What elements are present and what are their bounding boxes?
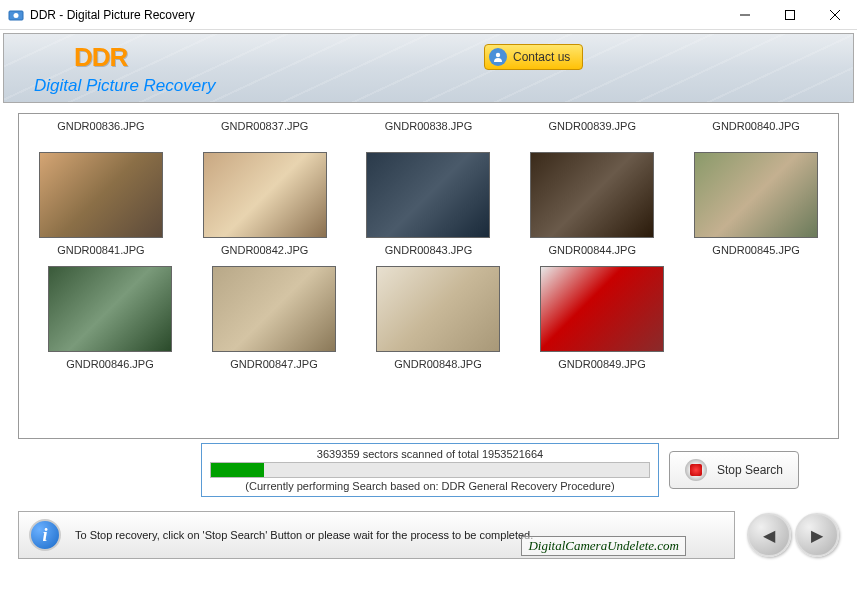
thumb-label[interactable]: GNDR00840.JPG <box>681 120 831 152</box>
contact-us-button[interactable]: Contact us <box>484 44 583 70</box>
thumb-label[interactable]: GNDR00837.JPG <box>190 120 340 152</box>
thumbnail-item[interactable]: GNDR00845.JPG <box>681 152 831 256</box>
thumb-label: GNDR00849.JPG <box>527 358 677 370</box>
thumbnail-item[interactable]: GNDR00846.JPG <box>35 266 185 370</box>
thumbnail-image <box>694 152 818 238</box>
thumb-label: GNDR00848.JPG <box>363 358 513 370</box>
thumbnail-image <box>212 266 336 352</box>
progress-text: 3639359 sectors scanned of total 1953521… <box>210 448 650 460</box>
thumbnail-item[interactable]: GNDR00849.JPG <box>527 266 677 370</box>
window-title: DDR - Digital Picture Recovery <box>30 8 722 22</box>
person-icon <box>489 48 507 66</box>
thumb-label[interactable]: GNDR00839.JPG <box>517 120 667 152</box>
thumb-label[interactable]: GNDR00836.JPG <box>26 120 176 152</box>
stop-label: Stop Search <box>717 463 783 477</box>
header-banner: DDR Digital Picture Recovery Contact us <box>3 33 854 103</box>
thumb-label: GNDR00844.JPG <box>517 244 667 256</box>
thumbnail-item[interactable]: GNDR00844.JPG <box>517 152 667 256</box>
titlebar: DDR - Digital Picture Recovery <box>0 0 857 30</box>
thumbnail-image <box>376 266 500 352</box>
thumbnail-item[interactable]: GNDR00848.JPG <box>363 266 513 370</box>
prev-button[interactable]: ◀ <box>747 513 791 557</box>
thumbnails-panel[interactable]: GNDR00836.JPG GNDR00837.JPG GNDR00838.JP… <box>18 113 839 439</box>
thumb-label: GNDR00843.JPG <box>353 244 503 256</box>
next-button[interactable]: ▶ <box>795 513 839 557</box>
thumb-label[interactable]: GNDR00838.JPG <box>353 120 503 152</box>
svg-rect-3 <box>785 10 794 19</box>
thumb-label: GNDR00845.JPG <box>681 244 831 256</box>
stop-icon <box>685 459 707 481</box>
thumbnail-image <box>39 152 163 238</box>
minimize-button[interactable] <box>722 0 767 30</box>
stop-search-button[interactable]: Stop Search <box>669 451 799 489</box>
info-box: i To Stop recovery, click on 'Stop Searc… <box>18 511 735 559</box>
thumbnail-item[interactable]: GNDR00847.JPG <box>199 266 349 370</box>
thumb-label: GNDR00846.JPG <box>35 358 185 370</box>
app-icon <box>8 7 24 23</box>
progress-footer: (Currently performing Search based on: D… <box>210 480 650 492</box>
progress-bar <box>210 462 650 478</box>
info-text: To Stop recovery, click on 'Stop Search'… <box>75 529 533 541</box>
logo: DDR <box>74 42 127 73</box>
chevron-left-icon: ◀ <box>763 526 775 545</box>
progress-box: 3639359 sectors scanned of total 1953521… <box>201 443 659 497</box>
thumbnail-image <box>48 266 172 352</box>
thumb-label: GNDR00842.JPG <box>190 244 340 256</box>
thumbnail-image <box>366 152 490 238</box>
svg-point-6 <box>496 53 500 57</box>
thumb-label: GNDR00841.JPG <box>26 244 176 256</box>
thumbnail-image <box>530 152 654 238</box>
svg-point-1 <box>14 13 19 18</box>
maximize-button[interactable] <box>767 0 812 30</box>
subtitle: Digital Picture Recovery <box>34 76 215 96</box>
thumbnail-item[interactable]: GNDR00842.JPG <box>190 152 340 256</box>
progress-panel: 3639359 sectors scanned of total 1953521… <box>18 443 839 497</box>
thumbnail-image <box>540 266 664 352</box>
contact-label: Contact us <box>513 50 570 64</box>
thumbnail-image <box>203 152 327 238</box>
thumbnail-item[interactable]: GNDR00843.JPG <box>353 152 503 256</box>
watermark: DigitalCameraUndelete.com <box>521 536 686 556</box>
close-button[interactable] <box>812 0 857 30</box>
progress-bar-fill <box>211 463 264 477</box>
chevron-right-icon: ▶ <box>811 526 823 545</box>
info-icon: i <box>29 519 61 551</box>
thumbnail-item[interactable]: GNDR00841.JPG <box>26 152 176 256</box>
thumb-label: GNDR00847.JPG <box>199 358 349 370</box>
